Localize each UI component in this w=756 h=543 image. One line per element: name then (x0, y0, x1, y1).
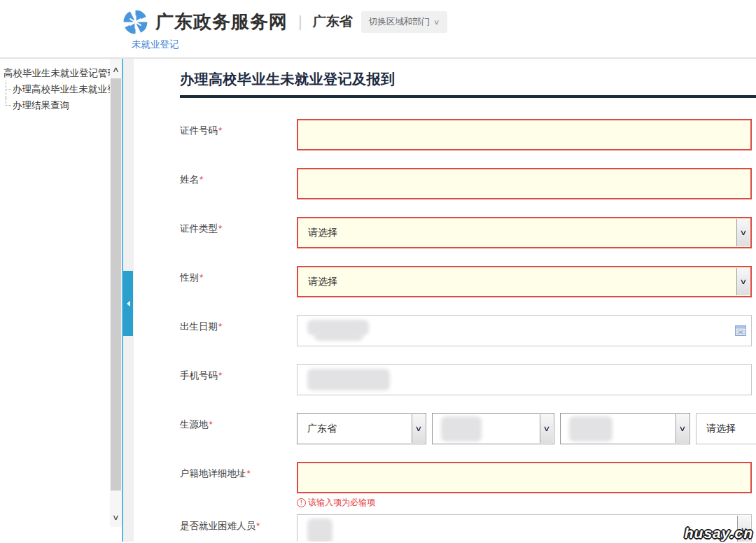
field-row-name: 姓名* (180, 168, 752, 199)
scrollbar-thumb[interactable] (111, 78, 121, 491)
select-value: 请选择 (308, 227, 337, 239)
tree-item-result-query[interactable]: 办理结果查询 (2, 98, 122, 114)
field-row-phone: 手机号码* (180, 364, 752, 395)
sidebar-scrollbar[interactable]: ∧ ∨ (110, 59, 122, 527)
panel-gutter (123, 59, 134, 542)
origin-district-select[interactable]: ∨ (560, 413, 690, 444)
field-label: 手机号码* (180, 364, 297, 395)
field-label: 姓名* (180, 168, 297, 199)
sidebar-collapse-handle[interactable] (123, 271, 133, 336)
scroll-down-icon[interactable]: ∨ (108, 512, 122, 523)
form-panel: 办理高校毕业生未就业登记及报到 证件号码* 姓名* 证件类型* 请选择 ∨ (134, 59, 756, 542)
brand-row: 广东政务服务网 | 广东省 切换区域和部门 ∨ (0, 0, 756, 35)
header-separator: | (298, 13, 302, 31)
redacted-value (441, 416, 482, 442)
chevron-down-icon: ∨ (540, 414, 553, 443)
field-label: 证件类型* (180, 217, 297, 248)
switch-region-button[interactable]: 切换区域和部门 ∨ (361, 11, 447, 33)
field-label: 性别* (180, 266, 297, 297)
employment-difficulty-select[interactable]: ∨ (297, 514, 752, 542)
select-value: 请选择 (308, 276, 337, 288)
collapse-left-icon (127, 301, 130, 306)
page-title: 办理高校毕业生未就业登记及报到 (180, 70, 752, 89)
chevron-down-icon: ∨ (736, 219, 750, 246)
origin-select-group: 广东省 ∨ ∨ ∨ 请选择 (297, 413, 756, 444)
origin-city-select[interactable]: ∨ (432, 413, 554, 444)
field-row-id-type: 证件类型* 请选择 ∨ (180, 217, 752, 248)
field-label: 生源地* (180, 413, 297, 444)
required-mark: * (200, 174, 203, 185)
watermark: husay.cn (685, 525, 753, 542)
title-underline (180, 95, 756, 98)
field-label: 是否就业困难人员* (180, 514, 297, 542)
required-mark: * (247, 468, 251, 479)
page-header: 广东政务服务网 | 广东省 切换区域和部门 ∨ 未就业登记 (0, 0, 756, 59)
main-area: 高校毕业生未就业登记管理 办理高校毕业生未就业登 办理结果查询 ∧ ∨ 办理高校… (0, 59, 756, 542)
required-mark: * (218, 370, 222, 381)
redacted-value (314, 331, 363, 341)
select-value: 广东省 (307, 423, 337, 435)
select-value: 请选择 (706, 423, 736, 435)
registration-form: 证件号码* 姓名* 证件类型* 请选择 ∨ 性别* (180, 119, 752, 542)
site-title: 广东政务服务网 (155, 10, 288, 34)
field-label: 户籍地详细地址* (180, 462, 297, 509)
household-address-input[interactable] (297, 462, 752, 493)
chevron-down-icon: ∨ (433, 18, 440, 26)
gender-select[interactable]: 请选择 ∨ (297, 266, 752, 297)
field-row-employment-difficulty: 是否就业困难人员* ∨ (180, 514, 752, 542)
phone-input[interactable] (297, 364, 752, 395)
tab-unemployment-registration[interactable]: 未就业登记 (132, 39, 179, 50)
validation-error: ! 该输入项为必输项 (297, 497, 752, 509)
error-text: 该输入项为必输项 (308, 497, 375, 509)
scroll-up-icon[interactable]: ∧ (108, 64, 122, 76)
redacted-value (569, 416, 612, 442)
field-row-id-number: 证件号码* (180, 119, 752, 150)
error-icon: ! (297, 498, 306, 507)
tree-root-unemployment-mgmt[interactable]: 高校毕业生未就业登记管理 (2, 66, 122, 82)
chevron-down-icon: ∨ (736, 268, 750, 295)
tab-row: 未就业登记 (0, 38, 756, 51)
origin-street-select[interactable]: 请选择 (696, 413, 756, 444)
required-mark: * (218, 125, 222, 136)
required-mark: * (218, 223, 222, 234)
id-type-select[interactable]: 请选择 ∨ (297, 217, 752, 248)
required-mark: * (218, 321, 222, 332)
field-label: 出生日期* (180, 315, 297, 346)
field-row-household-address: 户籍地详细地址* ! 该输入项为必输项 (180, 462, 752, 509)
name-input[interactable] (297, 168, 752, 199)
chevron-down-icon: ∨ (676, 414, 689, 443)
field-row-birth-date: 出生日期* (180, 315, 752, 346)
field-label: 证件号码* (180, 119, 297, 150)
redacted-value (307, 369, 390, 390)
chevron-down-icon: ∨ (412, 414, 425, 443)
birth-date-input[interactable] (297, 315, 752, 346)
calendar-icon[interactable] (735, 325, 746, 336)
region-name: 广东省 (313, 13, 353, 31)
pinwheel-logo-icon (122, 9, 148, 35)
tree-item-handle-registration[interactable]: 办理高校毕业生未就业登 (2, 82, 122, 98)
switch-region-label: 切换区域和部门 (369, 16, 430, 28)
origin-province-select[interactable]: 广东省 ∨ (297, 413, 426, 444)
redacted-value (307, 519, 332, 542)
sidebar: 高校毕业生未就业登记管理 办理高校毕业生未就业登 办理结果查询 ∧ ∨ (0, 59, 122, 542)
required-mark: * (209, 419, 213, 430)
id-number-input[interactable] (297, 119, 752, 150)
required-mark: * (256, 521, 260, 531)
required-mark: * (200, 272, 203, 283)
field-row-gender: 性别* 请选择 ∨ (180, 266, 752, 297)
nav-tree: 高校毕业生未就业登记管理 办理高校毕业生未就业登 办理结果查询 (0, 59, 122, 114)
field-row-origin-place: 生源地* 广东省 ∨ ∨ ∨ 请选择 (180, 413, 752, 444)
